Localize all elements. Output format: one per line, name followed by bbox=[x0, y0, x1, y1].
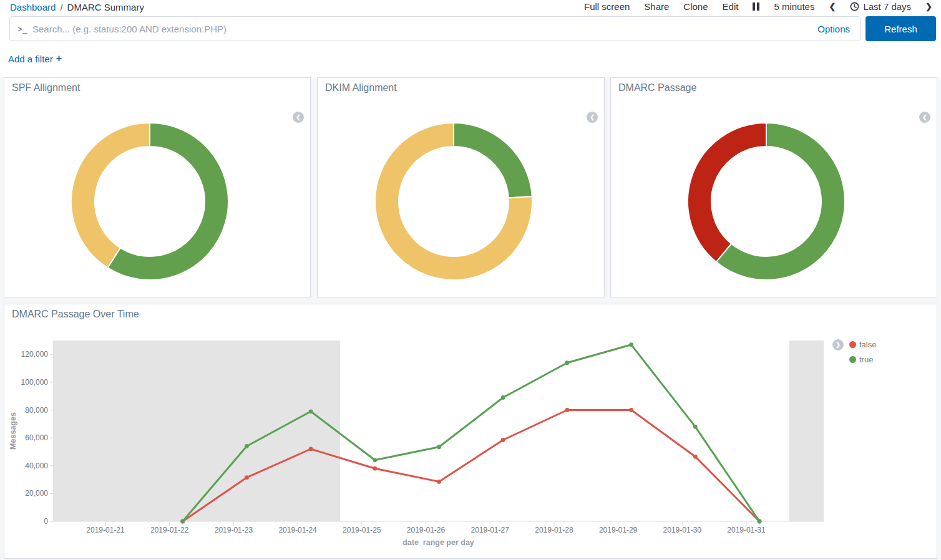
search-bar: >_ Options bbox=[9, 16, 861, 41]
svg-text:2019-01-28: 2019-01-28 bbox=[535, 526, 573, 534]
search-input[interactable] bbox=[10, 17, 860, 41]
legend-expand-icon[interactable]: ❮ bbox=[919, 112, 930, 123]
svg-text:80,000: 80,000 bbox=[25, 406, 48, 415]
breadcrumb-separator: / bbox=[60, 2, 62, 12]
filter-bar: Add a filter + bbox=[8, 53, 62, 64]
legend-collapse-icon[interactable]: ❯ bbox=[832, 339, 844, 350]
svg-text:date_range per day: date_range per day bbox=[402, 538, 474, 547]
panel-dmarc-over-time: DMARC Passage Over Time 020,00040,00060,… bbox=[4, 304, 937, 559]
refresh-interval-button[interactable]: 5 minutes bbox=[774, 1, 814, 12]
legend-label: true bbox=[859, 355, 873, 364]
svg-text:60,000: 60,000 bbox=[25, 433, 48, 442]
chart-legend: ❯ false true bbox=[832, 339, 876, 364]
svg-text:Messages: Messages bbox=[9, 412, 17, 450]
legend-item-true[interactable]: true bbox=[849, 355, 876, 364]
svg-text:2019-01-22: 2019-01-22 bbox=[150, 526, 189, 534]
svg-text:2019-01-25: 2019-01-25 bbox=[343, 526, 381, 534]
breadcrumb-current-page: DMARC Summary bbox=[67, 2, 144, 12]
svg-text:2019-01-31: 2019-01-31 bbox=[727, 526, 766, 534]
panel-spf-alignment: SPF Allignment ❮ bbox=[4, 77, 311, 297]
panel-title: DKIM Alignment bbox=[318, 78, 604, 98]
legend-item-false[interactable]: false bbox=[849, 340, 876, 349]
svg-text:0: 0 bbox=[44, 517, 48, 526]
true-series-dot-icon bbox=[849, 356, 856, 363]
time-picker-button[interactable]: Last 7 days bbox=[850, 1, 911, 12]
svg-text:2019-01-29: 2019-01-29 bbox=[599, 526, 638, 534]
panel-title: DMARC Passage bbox=[611, 78, 937, 98]
svg-text:40,000: 40,000 bbox=[25, 461, 48, 470]
svg-text:2019-01-23: 2019-01-23 bbox=[215, 526, 253, 534]
svg-text:2019-01-21: 2019-01-21 bbox=[86, 526, 125, 534]
legend-expand-icon[interactable]: ❮ bbox=[587, 112, 598, 123]
top-nav: Full screen Share Clone Edit 5 minutes ❮… bbox=[584, 1, 932, 12]
panel-title: SPF Allignment bbox=[4, 78, 310, 98]
dashboard-grid: SPF Allignment ❮ DKIM Alignment ❮ DMARC … bbox=[0, 77, 941, 560]
legend-expand-icon[interactable]: ❮ bbox=[293, 112, 304, 123]
panel-dmarc-passage: DMARC Passage ❮ bbox=[610, 77, 937, 297]
svg-text:2019-01-26: 2019-01-26 bbox=[407, 526, 446, 534]
dmarc-over-time-line-chart[interactable]: 020,00040,00060,00080,000100,000120,0002… bbox=[4, 304, 938, 559]
svg-text:2019-01-30: 2019-01-30 bbox=[663, 526, 702, 534]
time-forward-icon[interactable]: ❯ bbox=[925, 2, 932, 11]
options-link[interactable]: Options bbox=[817, 24, 850, 34]
spf-donut-chart[interactable] bbox=[62, 114, 237, 289]
pause-icon[interactable] bbox=[753, 2, 759, 11]
false-series-dot-icon bbox=[849, 341, 856, 348]
plus-icon: + bbox=[56, 53, 62, 64]
breadcrumb: Dashboard / DMARC Summary bbox=[10, 2, 144, 12]
clock-icon bbox=[850, 2, 859, 11]
top-section: Dashboard / DMARC Summary Full screen Sh… bbox=[0, 0, 941, 77]
svg-text:100,000: 100,000 bbox=[21, 378, 49, 387]
add-filter-label: Add a filter bbox=[8, 54, 53, 64]
breadcrumb-dashboard-link[interactable]: Dashboard bbox=[10, 2, 56, 12]
share-button[interactable]: Share bbox=[644, 1, 669, 12]
dkim-donut-chart[interactable] bbox=[366, 114, 541, 289]
svg-text:2019-01-27: 2019-01-27 bbox=[471, 526, 510, 534]
panel-dkim-alignment: DKIM Alignment ❮ bbox=[317, 77, 605, 297]
dmarc-donut-chart[interactable] bbox=[679, 114, 854, 289]
legend-label: false bbox=[859, 340, 876, 349]
time-back-icon[interactable]: ❮ bbox=[829, 2, 836, 11]
svg-text:20,000: 20,000 bbox=[25, 489, 48, 498]
clone-button[interactable]: Clone bbox=[683, 1, 708, 12]
edit-button[interactable]: Edit bbox=[723, 1, 739, 12]
time-range-label: Last 7 days bbox=[863, 1, 911, 12]
terminal-prompt-icon: >_ bbox=[17, 24, 28, 34]
svg-text:2019-01-24: 2019-01-24 bbox=[278, 526, 317, 534]
full-screen-button[interactable]: Full screen bbox=[584, 1, 630, 12]
query-bar: >_ Options Refresh bbox=[9, 16, 936, 41]
svg-text:120,000: 120,000 bbox=[21, 350, 49, 359]
add-filter-link[interactable]: Add a filter + bbox=[8, 53, 62, 64]
refresh-button[interactable]: Refresh bbox=[865, 16, 936, 41]
